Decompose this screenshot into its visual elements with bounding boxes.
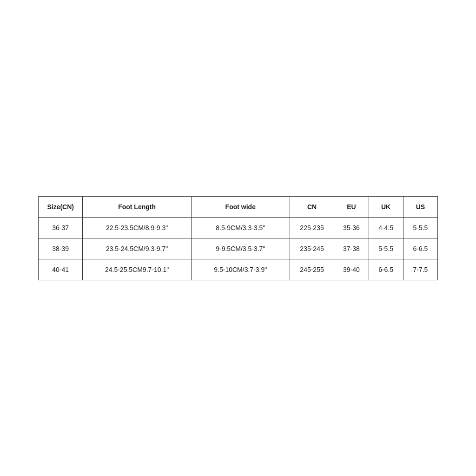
table-row: 40-4124.5-25.5CM9.7-10.1"9.5-10CM/3.7-3.… [39, 259, 438, 280]
cell-eu: 39-40 [334, 259, 369, 280]
cell-cn: 225-235 [290, 217, 334, 238]
header-cn: CN [290, 196, 334, 217]
header-us: US [403, 196, 437, 217]
table-row: 38-3923.5-24.5CM/9.3-9.7"9-9.5CM/3.5-3.7… [39, 238, 438, 259]
header-foot-wide: Foot wide [191, 196, 290, 217]
cell-size-cn: 36-37 [39, 217, 83, 238]
cell-foot-wide: 9-9.5CM/3.5-3.7" [191, 238, 290, 259]
table-row: 36-3722.5-23.5CM/8.9-9.3"8.5-9CM/3.3-3.5… [39, 217, 438, 238]
cell-uk: 6-6.5 [369, 259, 403, 280]
cell-foot-length: 23.5-24.5CM/9.3-9.7" [83, 238, 191, 259]
cell-eu: 37-38 [334, 238, 369, 259]
cell-cn: 245-255 [290, 259, 334, 280]
cell-size-cn: 40-41 [39, 259, 83, 280]
cell-uk: 4-4.5 [369, 217, 403, 238]
cell-cn: 235-245 [290, 238, 334, 259]
table-header-row: Size(CN) Foot Length Foot wide CN EU UK … [39, 196, 438, 217]
header-uk: UK [369, 196, 403, 217]
cell-us: 6-6.5 [403, 238, 437, 259]
cell-foot-wide: 9.5-10CM/3.7-3.9" [191, 259, 290, 280]
cell-uk: 5-5.5 [369, 238, 403, 259]
size-chart-container: Size(CN) Foot Length Foot wide CN EU UK … [38, 196, 438, 280]
size-chart-table: Size(CN) Foot Length Foot wide CN EU UK … [38, 196, 438, 280]
cell-eu: 35-36 [334, 217, 369, 238]
cell-foot-wide: 8.5-9CM/3.3-3.5" [191, 217, 290, 238]
cell-size-cn: 38-39 [39, 238, 83, 259]
header-foot-length: Foot Length [83, 196, 191, 217]
cell-us: 7-7.5 [403, 259, 437, 280]
header-eu: EU [334, 196, 369, 217]
header-size-cn: Size(CN) [39, 196, 83, 217]
cell-foot-length: 22.5-23.5CM/8.9-9.3" [83, 217, 191, 238]
cell-us: 5-5.5 [403, 217, 437, 238]
cell-foot-length: 24.5-25.5CM9.7-10.1" [83, 259, 191, 280]
